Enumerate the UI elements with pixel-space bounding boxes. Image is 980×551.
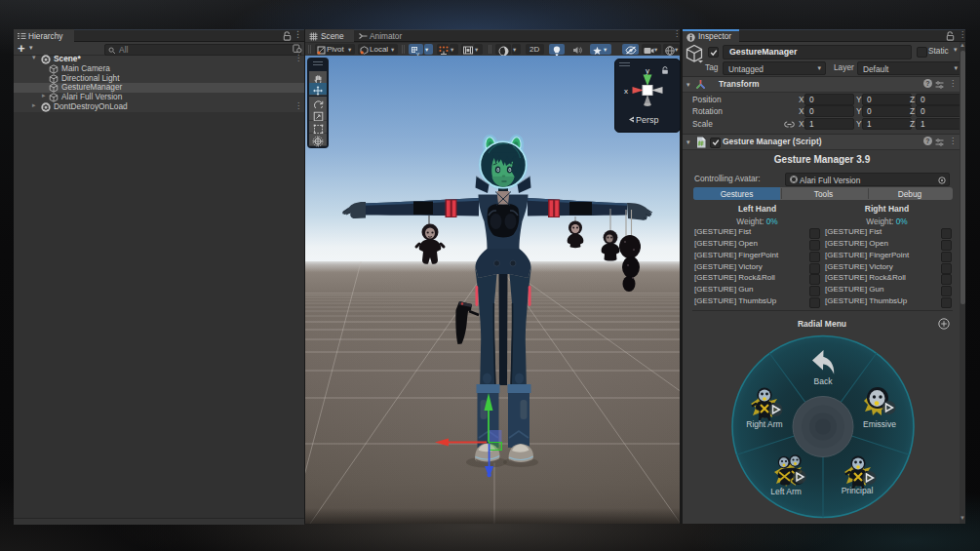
svg-text:Right Arm: Right Arm — [746, 419, 782, 429]
svg-text:Left Arm: Left Arm — [770, 487, 802, 496]
svg-text:Emissive: Emissive — [863, 419, 896, 429]
svg-text:y: y — [646, 66, 649, 75]
svg-text:x: x — [624, 87, 628, 96]
svg-text:Principal: Principal — [842, 486, 874, 495]
svg-text:y: y — [416, 50, 419, 56]
svg-text:Back: Back — [814, 376, 834, 386]
svg-text:Persp: Persp — [636, 115, 659, 125]
